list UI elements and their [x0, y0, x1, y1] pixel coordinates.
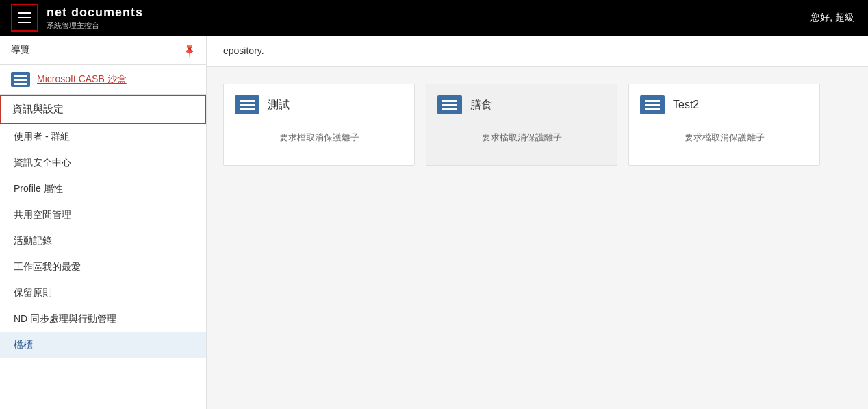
sidebar-item-label: 工作區我的最愛: [14, 261, 81, 273]
repo-icon: [640, 95, 665, 114]
sidebar-section-info[interactable]: 資訊與設定: [0, 95, 206, 124]
repo-icon-bar-1: [442, 100, 457, 102]
org-icon-bar-2: [14, 79, 27, 81]
sidebar-item-activity-log[interactable]: 活動記錄: [0, 228, 206, 254]
sidebar-item-cabinet[interactable]: 檔櫃: [0, 332, 206, 358]
org-icon-bar-1: [14, 75, 27, 77]
sidebar-item-label: 保留原則: [14, 287, 52, 299]
repo-icon: [437, 95, 462, 114]
sidebar-item-label: 活動記錄: [14, 235, 52, 247]
sidebar-section-label: 資訊與設定: [12, 103, 64, 114]
repo-icon-bar-2: [442, 104, 457, 106]
sidebar-item-label: ND 同步處理與行動管理: [14, 313, 116, 325]
hamburger-line-1: [18, 12, 31, 14]
hamburger-line-2: [18, 17, 31, 18]
repo-card-footer: 要求檔取消保護離子: [629, 123, 819, 152]
repo-icon-bar-2: [240, 104, 255, 106]
repo-name: 膳食: [470, 98, 492, 112]
user-greeting: 您好, 超級: [810, 12, 854, 24]
app-title-sub: 系統管理主控台: [47, 21, 143, 31]
repo-card-test[interactable]: 測試 要求檔取消保護離子: [223, 84, 415, 166]
sidebar-item-security-center[interactable]: 資訊安全中心: [0, 150, 206, 176]
main-content: epository. 測試 要求檔取消保護離子: [207, 36, 868, 409]
repo-card-footer: 要求檔取消保護離子: [426, 123, 617, 152]
app-title: net documents 系統管理主控台: [47, 5, 143, 31]
repo-card-footer: 要求檔取消保護離子: [224, 123, 414, 152]
sidebar-item-label: 檔櫃: [14, 339, 33, 351]
sidebar-item-label: 資訊安全中心: [14, 157, 71, 169]
repo-icon-bar-3: [240, 108, 255, 110]
repo-card-header: Test2: [629, 84, 819, 123]
pin-icon[interactable]: 📌: [181, 42, 197, 58]
repo-icon-bar-1: [645, 100, 660, 102]
repo-name: Test2: [673, 99, 699, 111]
repo-icon-bar-3: [645, 108, 660, 110]
sidebar-nav-header: 導覽 📌: [0, 36, 206, 65]
sidebar-item-retention-policy[interactable]: 保留原則: [0, 280, 206, 306]
hamburger-line-3: [18, 22, 31, 23]
org-name[interactable]: Microsoft CASB 沙盒: [37, 73, 127, 86]
main-layout: 導覽 📌 Microsoft CASB 沙盒 資訊與設定 使用者 - 群組 資訊…: [0, 36, 868, 409]
sidebar-item-label: Profile 屬性: [14, 183, 63, 195]
hamburger-button[interactable]: [11, 4, 38, 32]
main-notice: epository.: [207, 36, 868, 66]
repo-icon-bar-2: [645, 104, 660, 106]
sidebar-item-workspace-favorites[interactable]: 工作區我的最愛: [0, 254, 206, 280]
repo-icon: [235, 95, 259, 114]
repo-card-header: 膳食: [426, 84, 617, 123]
org-icon-bar-3: [14, 83, 27, 85]
notice-text: epository.: [223, 45, 264, 56]
repo-card-header: 測試: [224, 84, 414, 123]
app-title-main: net documents: [47, 5, 143, 20]
sidebar-item-shared-space[interactable]: 共用空間管理: [0, 202, 206, 228]
sidebar-item-profile[interactable]: Profile 屬性: [0, 176, 206, 202]
repo-card-test2[interactable]: Test2 要求檔取消保護離子: [628, 84, 820, 166]
sidebar-item-nd-sync[interactable]: ND 同步處理與行動管理: [0, 306, 206, 332]
sidebar-item-label: 共用空間管理: [14, 209, 71, 221]
sidebar: 導覽 📌 Microsoft CASB 沙盒 資訊與設定 使用者 - 群組 資訊…: [0, 36, 207, 409]
header: net documents 系統管理主控台 您好, 超級: [0, 0, 868, 36]
org-icon: [11, 72, 30, 87]
repo-name: 測試: [268, 98, 290, 112]
repo-icon-bar-3: [442, 108, 457, 110]
sidebar-item-users-groups[interactable]: 使用者 - 群組: [0, 124, 206, 150]
sidebar-org-item[interactable]: Microsoft CASB 沙盒: [0, 65, 206, 95]
repo-card-diet[interactable]: 膳食 要求檔取消保護離子: [426, 84, 617, 166]
sidebar-item-label: 使用者 - 群組: [14, 131, 70, 143]
main-cards: 測試 要求檔取消保護離子 膳食 要求檔取消保護離子: [207, 67, 868, 182]
repo-icon-bar-1: [240, 100, 255, 102]
sidebar-nav-label: 導覽: [11, 44, 30, 56]
